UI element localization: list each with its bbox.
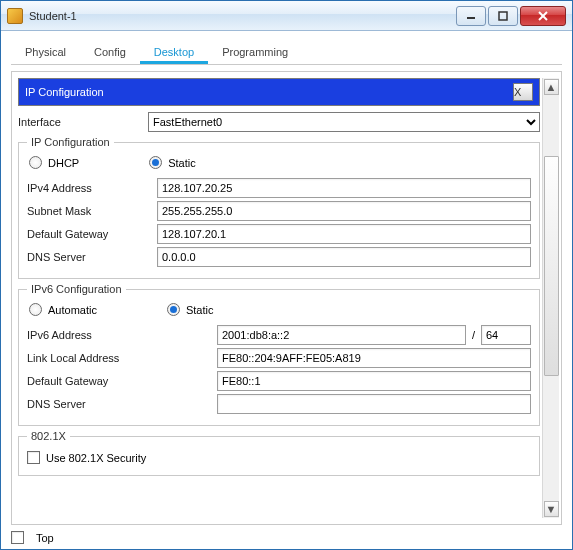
app-window: Student-1 Physical Config Desktop Progra… [0, 0, 573, 550]
scroll-down-button[interactable]: ▼ [544, 501, 559, 517]
dialog-title: IP Configuration [25, 86, 513, 98]
ipv6-address-row: IPv6 Address / [27, 325, 531, 345]
scroll-track[interactable] [544, 96, 559, 500]
dialog-titlebar: IP Configuration X [18, 78, 540, 106]
ipv4-gateway-label: Default Gateway [27, 228, 157, 240]
vertical-scrollbar[interactable]: ▲ ▼ [542, 78, 559, 518]
ipv6-dns-row: DNS Server [27, 394, 531, 414]
chevron-down-icon: ▼ [546, 503, 557, 515]
ipv4-address-row: IPv4 Address [27, 178, 531, 198]
radio-selected-icon [167, 303, 180, 316]
app-icon [7, 8, 23, 24]
ipv4-address-label: IPv4 Address [27, 182, 157, 194]
ipv6-fieldset: IPv6 Configuration Automatic Static IPv6… [18, 283, 540, 426]
ipv6-gateway-row: Default Gateway [27, 371, 531, 391]
ipv6-auto-option[interactable]: Automatic [29, 303, 97, 316]
radio-selected-icon [149, 156, 162, 169]
window-buttons [454, 6, 566, 26]
tab-programming[interactable]: Programming [208, 41, 302, 64]
radio-icon [29, 303, 42, 316]
panel: IP Configuration X Interface FastEtherne… [11, 71, 562, 525]
ipv6-dns-label: DNS Server [27, 398, 217, 410]
maximize-button[interactable] [488, 6, 518, 26]
interface-row: Interface FastEthernet0 [18, 112, 540, 132]
svg-rect-1 [499, 12, 507, 20]
ipv6-linklocal-row: Link Local Address [27, 348, 531, 368]
ipv4-dhcp-option[interactable]: DHCP [29, 156, 79, 169]
scroll-up-button[interactable]: ▲ [544, 79, 559, 95]
ipv4-static-label: Static [168, 157, 196, 169]
close-icon [538, 11, 548, 21]
window-title: Student-1 [29, 10, 454, 22]
ipv6-auto-label: Automatic [48, 304, 97, 316]
top-label: Top [36, 532, 54, 544]
interface-label: Interface [18, 116, 148, 128]
ipv6-static-option[interactable]: Static [167, 303, 214, 316]
ipv6-address-label: IPv6 Address [27, 329, 217, 341]
dot1x-use-row: Use 802.1X Security [27, 451, 531, 464]
ipv6-prefix-sep: / [466, 329, 481, 341]
ipv4-dns-row: DNS Server [27, 247, 531, 267]
close-button[interactable] [520, 6, 566, 26]
ipv6-legend: IPv6 Configuration [27, 283, 126, 295]
ipv6-gateway-input[interactable] [217, 371, 531, 391]
client-area: Physical Config Desktop Programming IP C… [1, 31, 572, 549]
ipv4-gateway-row: Default Gateway [27, 224, 531, 244]
ipv6-mode-row: Automatic Static [27, 301, 531, 322]
ipv6-linklocal-input[interactable] [217, 348, 531, 368]
tab-physical[interactable]: Physical [11, 41, 80, 64]
ipv4-legend: IP Configuration [27, 136, 114, 148]
radio-icon [29, 156, 42, 169]
minimize-icon [466, 11, 476, 21]
dot1x-legend: 802.1X [27, 430, 70, 442]
ipv6-address-input[interactable] [217, 325, 466, 345]
panel-content: IP Configuration X Interface FastEtherne… [18, 78, 542, 518]
scroll-thumb[interactable] [544, 156, 559, 376]
ipv4-address-input[interactable] [157, 178, 531, 198]
ipv6-dns-input[interactable] [217, 394, 531, 414]
ipv4-static-option[interactable]: Static [149, 156, 196, 169]
dialog-close-button[interactable]: X [513, 83, 533, 101]
ipv4-fieldset: IP Configuration DHCP Static IPv4 Addres… [18, 136, 540, 279]
top-checkbox[interactable] [11, 531, 24, 544]
ipv4-dns-label: DNS Server [27, 251, 157, 263]
ipv6-prefix-input[interactable] [481, 325, 531, 345]
maximize-icon [498, 11, 508, 21]
interface-select[interactable]: FastEthernet0 [148, 112, 540, 132]
tab-bar: Physical Config Desktop Programming [11, 39, 562, 65]
tab-desktop[interactable]: Desktop [140, 41, 208, 64]
dot1x-fieldset: 802.1X Use 802.1X Security [18, 430, 540, 476]
ipv4-dhcp-label: DHCP [48, 157, 79, 169]
ipv4-dns-input[interactable] [157, 247, 531, 267]
ipv6-gateway-label: Default Gateway [27, 375, 217, 387]
ipv4-mask-row: Subnet Mask [27, 201, 531, 221]
footer: Top [11, 531, 562, 544]
ipv4-mask-input[interactable] [157, 201, 531, 221]
dot1x-use-label: Use 802.1X Security [46, 452, 146, 464]
ipv6-linklocal-label: Link Local Address [27, 352, 217, 364]
ipv4-mode-row: DHCP Static [27, 154, 531, 175]
dialog-close-label: X [514, 86, 532, 98]
titlebar[interactable]: Student-1 [1, 1, 572, 31]
ipv4-mask-label: Subnet Mask [27, 205, 157, 217]
ipv6-static-label: Static [186, 304, 214, 316]
minimize-button[interactable] [456, 6, 486, 26]
tab-config[interactable]: Config [80, 41, 140, 64]
chevron-up-icon: ▲ [546, 81, 557, 93]
ipv4-gateway-input[interactable] [157, 224, 531, 244]
dot1x-use-checkbox[interactable] [27, 451, 40, 464]
